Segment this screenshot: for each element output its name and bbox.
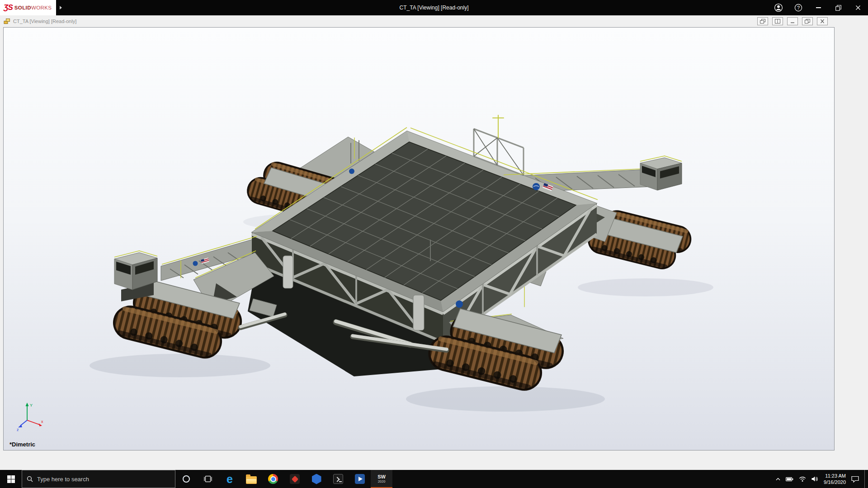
cortana-button[interactable] — [175, 470, 197, 488]
media-app-button[interactable] — [349, 470, 371, 488]
view-orientation-label: *Dimetric — [9, 441, 35, 448]
cortana-icon — [183, 475, 190, 483]
network-status[interactable] — [799, 476, 806, 482]
document-window-controls — [757, 17, 828, 25]
volume-status[interactable] — [811, 476, 818, 482]
doc-close-icon — [820, 19, 825, 23]
crawler-transporter-model[interactable] — [4, 28, 835, 450]
start-button[interactable] — [0, 470, 22, 488]
battery-icon — [786, 477, 793, 482]
restore-icon — [835, 5, 841, 11]
triad-x-label: x — [41, 419, 43, 424]
nasa-meatball-decal — [349, 169, 354, 174]
document-titlebar: CT_TA [Viewing] [Read-only] — [0, 15, 868, 27]
windows-taskbar: e SW 2020 — [0, 470, 868, 488]
doc-tile-button[interactable] — [772, 17, 783, 25]
chevron-up-icon — [776, 478, 780, 481]
blue-hexagon-app-icon — [312, 474, 321, 484]
assembly-document-icon — [4, 18, 10, 24]
menu-expand-arrow-icon[interactable] — [60, 6, 62, 9]
cascade-icon — [760, 19, 765, 23]
app-window-title: CT_TA [Viewing] [Read-only] — [400, 5, 469, 11]
solidworks-wordmark: SOLIDWORKS — [14, 5, 52, 10]
solidworks-logo[interactable]: ƷS SOLIDWORKS — [0, 0, 56, 15]
clock-time: 11:23 AM — [825, 473, 846, 479]
battery-status[interactable] — [786, 477, 793, 482]
help-icon: ? — [794, 4, 802, 12]
user-icon — [774, 3, 783, 12]
blue-hex-app-button[interactable] — [306, 470, 327, 488]
graphics-viewport[interactable]: Y x z *Dimetric — [3, 27, 835, 450]
system-tray: 11:23 AM 9/16/2020 — [776, 470, 868, 488]
document-title: CT_TA [Viewing] [Read-only] — [13, 19, 76, 24]
clock-date: 9/16/2020 — [824, 479, 846, 485]
doc-cascade-button[interactable] — [757, 17, 768, 25]
guide-cylinder — [413, 295, 424, 330]
doc-minimize-icon — [790, 19, 795, 23]
volume-icon — [811, 476, 818, 482]
task-view-icon — [204, 476, 212, 482]
close-icon — [855, 5, 861, 10]
restore-button[interactable] — [828, 0, 848, 15]
file-explorer-icon — [246, 476, 257, 484]
close-button[interactable] — [848, 0, 868, 15]
terminal-icon — [333, 474, 343, 484]
taskbar-clock[interactable]: 11:23 AM 9/16/2020 — [824, 473, 846, 485]
search-icon — [27, 476, 33, 482]
task-view-button[interactable] — [197, 470, 219, 488]
action-center-icon — [851, 476, 859, 483]
solidworks-taskbar-button[interactable]: SW 2020 — [371, 470, 392, 488]
app-titlebar: ƷS SOLIDWORKS CT_TA [Viewing] [Read-only… — [0, 0, 868, 15]
help-button[interactable]: ? — [788, 0, 808, 15]
show-desktop-button[interactable] — [864, 470, 867, 488]
tile-icon — [775, 19, 780, 23]
left-operator-cab — [114, 251, 157, 301]
tray-overflow-button[interactable] — [776, 478, 780, 481]
minimize-icon — [816, 7, 821, 8]
taskbar-search-input[interactable] — [37, 476, 170, 483]
nasa-meatball-decal — [456, 300, 463, 308]
edge-icon: e — [226, 474, 233, 485]
red-app-button[interactable] — [284, 470, 306, 488]
edge-browser-button[interactable]: e — [219, 470, 241, 488]
red-diamond-app-icon — [290, 474, 300, 484]
file-explorer-button[interactable] — [241, 470, 262, 488]
doc-restore-icon — [805, 19, 810, 23]
triad-z-label: z — [17, 427, 19, 432]
terminal-button[interactable] — [327, 470, 349, 488]
nasa-meatball-decal — [193, 261, 198, 266]
doc-close-button[interactable] — [817, 17, 828, 25]
guide-cylinder — [283, 256, 293, 288]
action-center-button[interactable] — [851, 476, 859, 483]
doc-minimize-button[interactable] — [787, 17, 798, 25]
chrome-icon — [268, 474, 278, 484]
window-controls: ? — [769, 0, 868, 15]
right-operator-cab — [640, 156, 682, 190]
orientation-triad: Y x z — [16, 401, 45, 432]
chrome-button[interactable] — [262, 470, 284, 488]
minimize-button[interactable] — [808, 0, 828, 15]
taskbar-search[interactable] — [22, 470, 175, 488]
svg-text:?: ? — [797, 5, 800, 10]
user-account-button[interactable] — [769, 0, 788, 15]
solidworks-2020-icon: SW 2020 — [377, 474, 386, 483]
dassault-3ds-logo-icon: ƷS — [4, 3, 13, 12]
wifi-icon — [799, 476, 806, 482]
doc-restore-button[interactable] — [802, 17, 813, 25]
media-player-icon — [355, 474, 365, 484]
triad-y-label: Y — [30, 403, 33, 408]
windows-logo-icon — [7, 475, 15, 483]
